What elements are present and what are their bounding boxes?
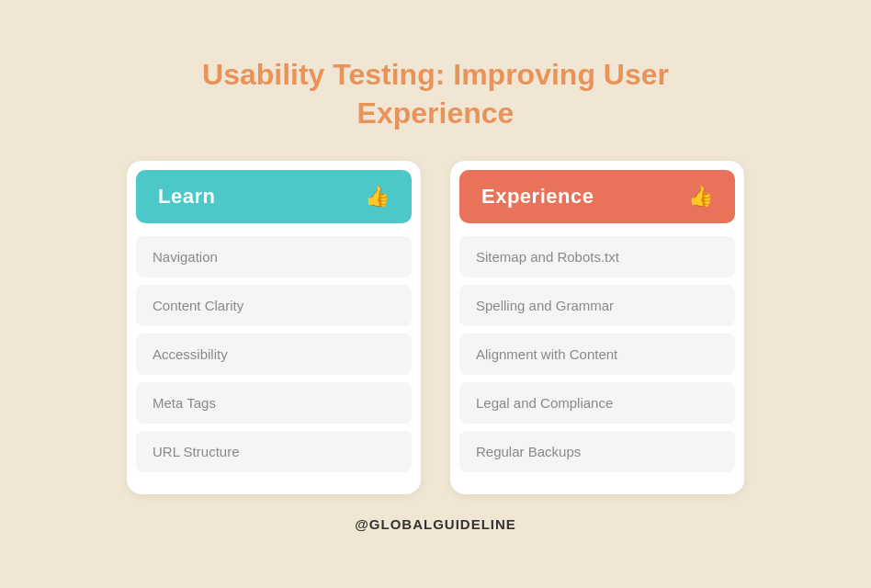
- learn-card-items: Navigation Content Clarity Accessibility…: [127, 232, 421, 483]
- footer-text: @GLOBALGUIDELINE: [355, 516, 516, 532]
- experience-thumbs-icon: 👍: [688, 185, 713, 209]
- learn-thumbs-icon: 👍: [365, 185, 390, 209]
- list-item: Regular Backups: [459, 431, 735, 472]
- list-item: URL Structure: [136, 431, 412, 472]
- experience-card-title: Experience: [481, 185, 594, 209]
- experience-card-header: Experience 👍: [459, 170, 735, 223]
- experience-card: Experience 👍 Sitemap and Robots.txt Spel…: [450, 161, 744, 494]
- page-title: Usability Testing: Improving User Experi…: [202, 56, 669, 132]
- list-item: Alignment with Content: [459, 334, 735, 375]
- list-item: Sitemap and Robots.txt: [459, 236, 735, 277]
- experience-card-items: Sitemap and Robots.txt Spelling and Gram…: [450, 232, 744, 483]
- learn-card: Learn 👍 Navigation Content Clarity Acces…: [127, 161, 421, 494]
- list-item: Spelling and Grammar: [459, 285, 735, 326]
- learn-card-title: Learn: [158, 185, 215, 209]
- list-item: Legal and Compliance: [459, 382, 735, 424]
- list-item: Accessibility: [136, 334, 412, 375]
- learn-card-header: Learn 👍: [136, 170, 412, 223]
- cards-container: Learn 👍 Navigation Content Clarity Acces…: [127, 161, 744, 494]
- list-item: Content Clarity: [136, 285, 412, 326]
- list-item: Navigation: [136, 236, 412, 277]
- list-item: Meta Tags: [136, 382, 412, 424]
